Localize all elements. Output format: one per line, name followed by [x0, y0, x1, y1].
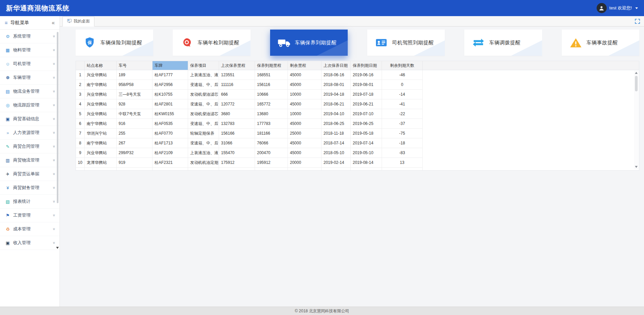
cell-plate: 桂AF1777 — [153, 70, 188, 80]
card-label: 车辆年检到期提醒 — [198, 40, 239, 46]
table-body: 1兴业华腾站189桂AF1777上装液压油、液12355116855145000… — [76, 70, 639, 171]
fullscreen-icon[interactable] — [635, 19, 640, 24]
sidebar-item-trade-logistics[interactable]: ▥商贸物流管理» — [0, 153, 59, 167]
sidebar-item-vehicles[interactable]: ☸车辆管理» — [0, 71, 59, 85]
sidebar-item-logistics-tracking[interactable]: ◎物流跟踪管理» — [0, 98, 59, 112]
chevron-down-icon — [635, 7, 638, 9]
cell-vehicle_no: 267 — [117, 138, 153, 148]
table-row[interactable]: 11兴业华腾站278桂AF1735轮轴定期保养16559319059325000… — [76, 168, 423, 171]
cell-vehicle_no: 三—8号天泵 — [117, 90, 153, 99]
column-header-idx[interactable] — [76, 61, 85, 70]
table-row[interactable]: 6南宁华腾站916桂AF0535变速箱、中、后13278317778345000… — [76, 119, 423, 129]
table-row[interactable]: 10龙潭华腾站919桂AF2321发动机机油定期1759121959122000… — [76, 158, 423, 168]
cell-vehicle_no: 958/P58 — [117, 80, 153, 89]
column-header-item[interactable]: 保养项目 — [188, 61, 219, 70]
collapse-sidebar-icon[interactable]: « — [52, 20, 55, 26]
sidebar-item-logistics-business[interactable]: ▤物流业务管理» — [0, 85, 59, 98]
table-row[interactable]: 2南宁华腾站958/P58桂AF2956变速箱、中、后1111161561164… — [76, 80, 423, 90]
chevron-double-down-icon: » — [52, 159, 57, 162]
user-menu[interactable]: test 欢迎您! — [597, 3, 638, 13]
cell-item: 上装液压油、液 — [188, 70, 219, 80]
sidebar-item-freight-docs[interactable]: ✈商贸货运单据» — [0, 167, 59, 181]
column-header-station[interactable]: 站点名称 — [85, 61, 117, 70]
card-inspection-reminder[interactable]: 车辆年检到期提醒 — [173, 30, 250, 56]
sidebar-item-cost[interactable]: ♻成本管理» — [0, 222, 59, 236]
table-row[interactable]: 5兴业华腾站中联7号天泵桂KW0155发动机柴油滤芯36801368010000… — [76, 109, 423, 119]
main-area: 我的桌面 保车辆保险到期提醒车辆年检到期提醒车辆保养到期提醒司机驾照到期提醒车辆… — [60, 16, 644, 307]
cell-station: 兴业华腾站 — [85, 70, 117, 80]
column-header-last_mileage[interactable]: 上次保养里程 — [219, 61, 255, 70]
table-scrollbar[interactable] — [634, 71, 639, 169]
column-header-plate[interactable]: 车牌 — [153, 61, 188, 70]
sidebar-item-label: 商贸合同管理 — [13, 143, 53, 149]
column-header-remain_days[interactable]: 剩余到期天数 — [382, 61, 423, 70]
sidebar-item-reports[interactable]: ▧报表统计» — [0, 195, 59, 209]
chevron-double-down-icon: » — [52, 132, 57, 134]
cell-due_date: 2019-05-10 — [351, 148, 382, 158]
svg-text:保: 保 — [87, 40, 92, 45]
table-row[interactable]: 3兴业华腾站三—8号天泵桂K10755发动机柴油滤芯66610666100002… — [76, 90, 423, 99]
sidebar-title: 导航菜单 — [10, 20, 52, 26]
column-header-vehicle_no[interactable]: 车号 — [117, 61, 153, 70]
avatar — [597, 3, 607, 13]
cell-plate: 桂AF0770 — [153, 129, 188, 138]
cell-last_date: 2018-06-16 — [321, 70, 351, 80]
sidebar-item-materials[interactable]: ▦物料管理» — [0, 43, 59, 57]
chevron-double-down-icon: » — [52, 145, 57, 148]
cell-due_mileage: 13680 — [255, 109, 288, 119]
sidebar-item-hr[interactable]: »人力资源管理» — [0, 126, 59, 140]
footer: © 2018 北京慧同科技有限公司 — [0, 307, 644, 315]
card-license-reminder[interactable]: 司机驾照到期提醒 — [367, 30, 445, 56]
tab-bar: 我的桌面 — [60, 16, 644, 27]
sidebar-scroll-down-icon[interactable] — [56, 247, 59, 249]
cell-item: 发动机柴油滤芯 — [188, 90, 219, 99]
sidebar-item-system[interactable]: ⚙系统管理» — [0, 30, 59, 43]
column-header-due_mileage[interactable]: 保养到期里程 — [255, 61, 288, 70]
sidebar-item-trade-contract[interactable]: ✎商贸合同管理» — [0, 140, 59, 153]
cell-vehicle_no: 中联7号天泵 — [117, 109, 153, 119]
cell-remain_mileage: 45000 — [288, 80, 321, 89]
card-transfer-reminder[interactable]: 车辆调拨提醒 — [464, 30, 542, 56]
chevron-double-down-icon: » — [52, 173, 57, 175]
sidebar-item-trade-finance[interactable]: ¥商贸财务管理» — [0, 181, 59, 195]
table-row[interactable]: 8南宁华腾站267桂AF1713变速箱、中、后31066760664500020… — [76, 138, 423, 148]
sidebar-item-trade-info[interactable]: ▣商贸基础信息» — [0, 112, 59, 126]
cell-last_mileage: 123551 — [219, 70, 255, 80]
table-row[interactable]: 9兴业华腾站299/P32桂AF2109上装液压油、液1554702004704… — [76, 148, 423, 158]
cell-last_date: 2018-11-18 — [321, 129, 351, 138]
sidebar-item-drivers[interactable]: ☺司机管理» — [0, 57, 59, 71]
scroll-up-icon[interactable] — [635, 72, 638, 74]
cell-item: 变速箱、中、后 — [188, 80, 219, 89]
sidebar-item-income[interactable]: ▣收入管理» — [0, 236, 59, 250]
vehicle-wheel-icon: ☸ — [5, 75, 11, 80]
tab-my-desktop[interactable]: 我的桌面 — [62, 16, 94, 27]
tab-label: 我的桌面 — [74, 18, 90, 24]
card-accident-reminder[interactable]: 车辆事故提醒 — [562, 30, 639, 56]
cell-last_mileage: 155470 — [219, 148, 255, 158]
table-row[interactable]: 7华润兴宁站255桂AF0770轮轴定期保养156166181166250002… — [76, 129, 423, 138]
chevron-double-down-icon: » — [52, 187, 57, 189]
sidebar-item-label: 商贸财务管理 — [13, 185, 53, 191]
card-label: 车辆事故提醒 — [587, 40, 618, 46]
card-label: 车辆保养到期提醒 — [295, 40, 337, 46]
sidebar-scrollbar-thumb[interactable] — [57, 32, 58, 203]
cell-remain_days: -83 — [382, 148, 423, 158]
scroll-down-icon[interactable] — [635, 166, 638, 168]
cell-vehicle_no: 928 — [117, 99, 153, 109]
column-header-remain_mileage[interactable]: 剩余里程 — [288, 61, 321, 70]
table-row[interactable]: 4兴业华腾站928桂AF2801变速箱、中、后12077216577245000… — [76, 99, 423, 109]
sidebar-header: ≡ 导航菜单 « — [0, 16, 59, 30]
table-row[interactable]: 1兴业华腾站189桂AF1777上装液压油、液12355116855145000… — [76, 70, 423, 80]
cell-remain_days: -37 — [382, 119, 423, 128]
cell-last_date: 2018-05-10 — [321, 148, 351, 158]
cell-station: 兴业华腾站 — [85, 109, 117, 119]
sidebar-item-label: 商贸货运单据 — [13, 171, 53, 177]
card-insurance-reminder[interactable]: 保车辆保险到期提醒 — [76, 30, 153, 56]
maintenance-truck-icon — [277, 38, 292, 48]
table-scrollbar-thumb[interactable] — [635, 76, 638, 91]
column-header-last_date[interactable]: 上次保养日期 — [321, 61, 351, 70]
column-header-due_date[interactable]: 保养到期日期 — [351, 61, 382, 70]
sidebar-item-salary[interactable]: ⚑工资管理» — [0, 209, 59, 222]
cell-last_mileage: 175912 — [219, 158, 255, 167]
card-maintenance-reminder[interactable]: 车辆保养到期提醒 — [270, 30, 348, 56]
